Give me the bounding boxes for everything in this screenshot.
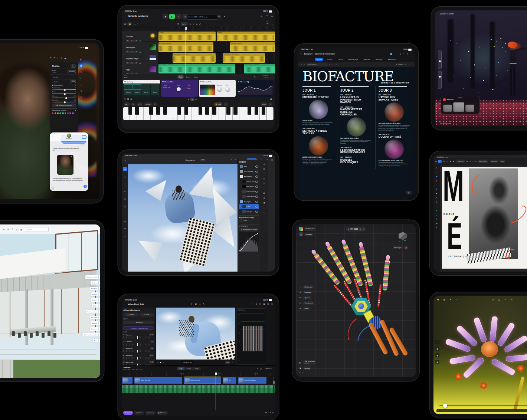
timeline-tool-button[interactable]: ▦Multicam	[157, 411, 168, 415]
edit-slider[interactable]: Teinte0	[52, 91, 76, 94]
prev-frame-icon[interactable]: ◁	[157, 361, 158, 363]
vector-brush-icon[interactable]: ◆	[436, 180, 438, 182]
midi-region[interactable]: Keyboard Player - Simple Pad	[244, 64, 275, 73]
record-button[interactable]: ●	[176, 14, 181, 19]
back-chevron-icon[interactable]: ‹	[125, 15, 125, 18]
adjust-slider[interactable]: ◉Highlights11.27	[123, 354, 154, 359]
layer-row[interactable]: Edits	[239, 164, 259, 169]
adjust-slider[interactable]: ☀Brightness9.07	[123, 347, 154, 352]
black-key[interactable]	[212, 107, 216, 115]
facetime-icon[interactable]	[82, 135, 86, 139]
mobile-view-icon[interactable]: ▯	[400, 53, 401, 55]
render-target-icon[interactable]: ◉	[437, 298, 439, 301]
undo-icon[interactable]: ↶	[50, 57, 52, 59]
select-icon[interactable]: ⬚	[263, 207, 265, 209]
font-color-icon[interactable]: A⌄	[335, 64, 338, 66]
piano-keyboard[interactable]: C2C3C4	[123, 107, 274, 120]
export-icon[interactable]: ⬆	[450, 298, 452, 301]
history-icon[interactable]: ↺	[79, 95, 83, 99]
reset-icon[interactable]: ⊗	[75, 109, 76, 111]
section-view-button[interactable]: ◧ Vue en sectionDésactivé	[298, 360, 316, 365]
regions-view-icon[interactable]: ▦	[127, 22, 132, 26]
move-tool-icon[interactable]: ➤	[450, 160, 451, 163]
share-icon[interactable]: ⇧	[406, 53, 408, 55]
couleur-section[interactable]: ⌄ Couleur	[52, 81, 59, 83]
play-icon[interactable]: ▷	[492, 298, 494, 301]
groups-icon[interactable]: ▤	[299, 232, 303, 236]
zoom-level[interactable]: 26%	[200, 159, 206, 161]
timeline-track[interactable]	[439, 405, 527, 406]
panel-button[interactable]: Matières ▦	[90, 286, 100, 291]
preset-cell[interactable]: Synth Pluck	[124, 90, 132, 96]
expand-icon[interactable]: ⤢	[435, 340, 439, 344]
track-header[interactable]: 3 Keyboard Player M S R	[122, 53, 158, 64]
material-icon[interactable]: ◉	[435, 353, 439, 357]
format-button[interactable]: I	[331, 64, 332, 66]
home-icon[interactable]: ⌂	[348, 228, 349, 230]
notes-icon[interactable]: ▤	[130, 98, 132, 100]
timeline-tab[interactable]: Edge	[193, 367, 201, 370]
layers-icon[interactable]: ▤	[263, 168, 265, 170]
reset-button[interactable]: ↺Reset	[139, 313, 154, 316]
next-frame-icon[interactable]: ▷	[163, 361, 164, 363]
viewer[interactable]	[156, 308, 235, 360]
panel-button[interactable]: Structure ☰	[90, 327, 100, 331]
edit-slider[interactable]: Saturation+ 2	[52, 99, 76, 102]
contrast-icon[interactable]: ◨	[263, 202, 265, 204]
color-dot[interactable]	[57, 112, 59, 114]
curve-graph[interactable]	[239, 232, 259, 252]
lumiere-section[interactable]: › Lumière	[52, 76, 59, 78]
brush-opacity-slider[interactable]	[438, 70, 442, 89]
more-icon[interactable]: ⋯	[268, 102, 273, 106]
midi-region[interactable]: Keyboard Player - Brown Chords	[173, 53, 216, 63]
select-button[interactable]: Sélectionner	[478, 160, 488, 163]
black-key[interactable]	[262, 107, 266, 115]
panel-button[interactable]: Infos sur le modèle i	[83, 333, 100, 337]
bw-button[interactable]: N&B	[71, 80, 76, 83]
frame-thumbnail[interactable]	[443, 105, 452, 112]
pen-icon[interactable]: ✒	[436, 193, 437, 194]
layer-visibility-icon[interactable]	[255, 201, 258, 203]
shape-icon[interactable]: ▭	[436, 214, 438, 216]
project-title[interactable]: Mélodie nocturne	[128, 15, 148, 17]
camera-icon[interactable]: ▣	[435, 347, 439, 351]
settings-icon[interactable]: ⚙	[79, 89, 83, 92]
preset-selector[interactable]: ‹ Default ›	[456, 160, 465, 163]
plugin-channeleq[interactable]: Channel EQ	[237, 80, 274, 97]
loop-icon[interactable]: ↻	[190, 23, 192, 25]
trim-tool-button[interactable]: ➤ ✂	[180, 22, 188, 26]
slider-knob[interactable]	[439, 76, 441, 78]
mode-label[interactable]: Modélisation	[304, 227, 316, 231]
trim-left-icon[interactable]: ⊟	[270, 412, 271, 414]
slider-ruler[interactable]	[123, 344, 154, 345]
play-surface-button[interactable]: ☝ Play	[214, 102, 222, 106]
layer-row[interactable]: Saturation boost	[239, 189, 259, 194]
black-key[interactable]	[177, 107, 181, 115]
fill-icon[interactable]: ●	[436, 210, 437, 211]
timeline-tab[interactable]: Range	[184, 367, 193, 370]
ribbon-tab[interactable]: Références	[386, 58, 397, 61]
send-button[interactable]: ↑	[84, 185, 87, 188]
poster-page[interactable]: M USIQUE É LECTRONIQUE PI SC	[442, 167, 527, 269]
format-button[interactable]: B	[329, 64, 330, 66]
more-icon[interactable]: ⋯	[271, 76, 273, 78]
search-icon[interactable]: ⌕	[403, 52, 404, 55]
midi-region[interactable]: Keyboard Player - Block Chords	[223, 53, 265, 63]
color-dot[interactable]	[59, 112, 61, 114]
preset-cell[interactable]: Epic Synth	[133, 84, 141, 90]
layer-row[interactable]: Sweat...ooster	[239, 179, 259, 184]
zoom-icon[interactable]: ⊕	[436, 223, 437, 224]
frame-thumbnail-selected[interactable]	[453, 102, 464, 112]
color-dot[interactable]	[62, 112, 63, 114]
black-key[interactable]	[163, 107, 167, 115]
hide-icon[interactable]: ⊖	[271, 15, 273, 17]
redo-icon[interactable]: ↷	[54, 57, 56, 59]
layer-visibility-icon[interactable]	[255, 181, 258, 183]
layer-visibility-icon[interactable]	[255, 206, 258, 208]
color-dot[interactable]	[52, 112, 53, 114]
color-dot[interactable]	[67, 112, 69, 114]
info-icon[interactable]: i	[264, 187, 264, 189]
plugin-power-icon[interactable]	[238, 81, 239, 82]
back-chevron-icon[interactable]: ‹	[301, 52, 301, 55]
track-header[interactable]: 1 Drummer M S R	[122, 31, 158, 42]
